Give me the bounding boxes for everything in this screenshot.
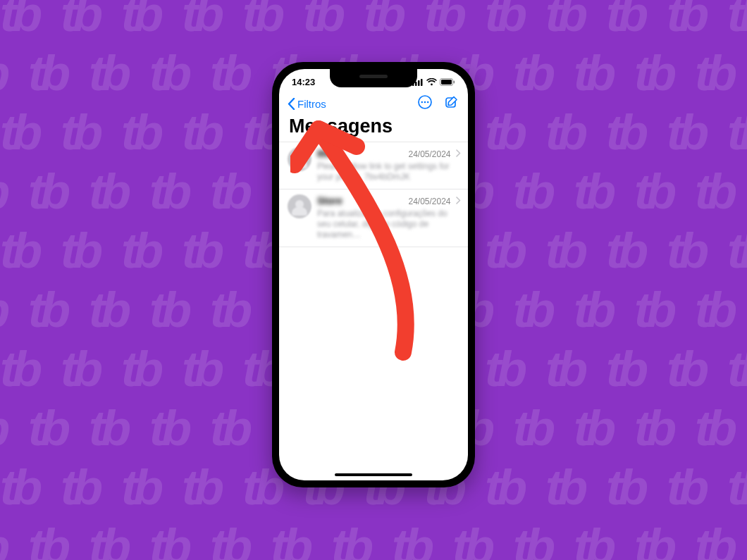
chevron-left-icon: [288, 98, 295, 110]
status-right: [412, 78, 455, 86]
avatar: [288, 194, 311, 218]
compose-icon: [444, 94, 459, 110]
svg-point-8: [421, 101, 424, 104]
avatar: [288, 147, 311, 171]
home-indicator[interactable]: [335, 473, 412, 476]
message-list: 896… 24/05/2024 Please follow link to ge…: [279, 142, 468, 247]
svg-rect-3: [421, 79, 423, 86]
wifi-icon: [426, 78, 437, 86]
message-preview: Please follow link to get settings for y…: [317, 161, 461, 182]
svg-rect-5: [441, 80, 452, 85]
status-time: 14:23: [292, 77, 315, 87]
more-button[interactable]: [417, 94, 433, 113]
chevron-right-icon: [456, 194, 461, 206]
message-sender: Store: [317, 195, 342, 206]
phone-frame: 14:23: [272, 62, 475, 487]
chevron-right-icon: [456, 147, 461, 159]
svg-point-9: [424, 101, 426, 104]
back-label: Filtros: [297, 98, 326, 110]
ellipsis-circle-icon: [417, 94, 433, 110]
notch: [330, 69, 417, 87]
message-preview: Para atualizar as configurações do seu c…: [317, 209, 461, 240]
message-row[interactable]: Store 24/05/2024 Para atualizar as confi…: [279, 189, 468, 247]
page-title: Mensagens: [279, 114, 468, 142]
message-date: 24/05/2024: [408, 197, 450, 206]
message-date: 24/05/2024: [408, 149, 450, 159]
phone-screen: 14:23: [279, 69, 468, 480]
battery-icon: [440, 78, 455, 86]
compose-button[interactable]: [444, 94, 459, 113]
svg-rect-2: [418, 80, 420, 86]
svg-point-10: [427, 101, 429, 104]
message-row[interactable]: 896… 24/05/2024 Please follow link to ge…: [279, 142, 468, 189]
nav-bar: Filtros: [279, 93, 468, 114]
message-sender: 896…: [317, 148, 343, 159]
svg-rect-6: [454, 80, 455, 83]
back-button[interactable]: Filtros: [288, 98, 326, 110]
